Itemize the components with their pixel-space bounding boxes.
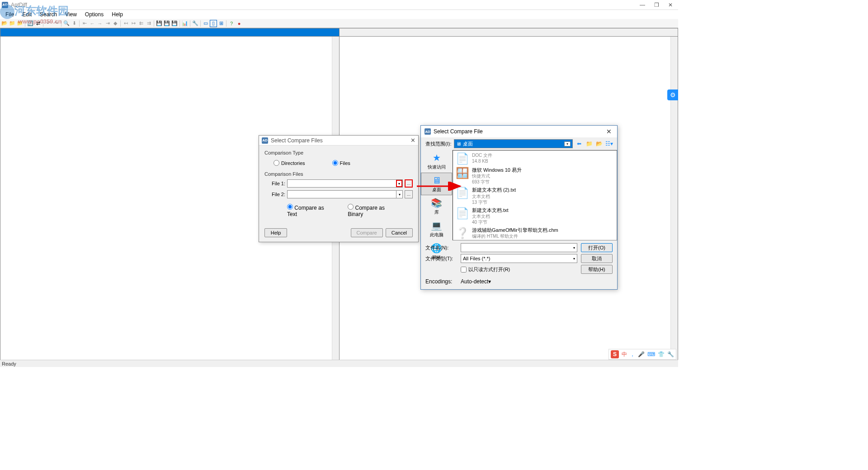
new-folder-icon[interactable]: 📂	[595, 140, 603, 147]
toolbar-help-icon[interactable]: ?	[228, 20, 235, 27]
dialog1-close-icon[interactable]: ✕	[410, 137, 415, 144]
compare-button[interactable]: Compare	[351, 228, 383, 237]
radio-compare-text[interactable]: Compare as Text	[287, 204, 325, 217]
file-item[interactable]: 📄 新建文本文档.txt文本文档40 字节	[454, 206, 616, 226]
menu-options[interactable]: Options	[81, 10, 107, 19]
filetype-dropdown-icon[interactable]: ▾	[573, 257, 575, 261]
toolbar-separator	[79, 20, 80, 27]
file2-dropdown-icon[interactable]: ▾	[396, 191, 402, 198]
file1-dropdown-icon[interactable]: ▾	[396, 180, 402, 187]
titlebar: AD AptDiff — ❐ ✕	[0, 0, 678, 10]
toolbar-separator	[61, 20, 61, 27]
toolbar-new-icon[interactable]: 📂	[1, 20, 8, 27]
maximize-button[interactable]: ❐	[654, 2, 659, 8]
toolbar-last-diff-icon[interactable]: ⇥	[104, 20, 111, 27]
toolbar-current-diff-icon[interactable]: ◆	[112, 20, 119, 27]
ime-mode[interactable]: 中	[622, 351, 627, 358]
file1-combo[interactable]: ▾	[287, 179, 403, 188]
radio-compare-binary[interactable]: Compare as Binary	[348, 204, 390, 217]
toolbar-undo-icon[interactable]: ↶	[45, 20, 52, 27]
dialog1-titlebar[interactable]: AD Select Compare Files ✕	[259, 136, 418, 146]
toolbar-open2-icon[interactable]: 📁	[16, 20, 24, 27]
menu-search[interactable]: Search	[36, 10, 61, 19]
toolbar-copy-all-left-icon[interactable]: ⇇	[137, 20, 145, 27]
toolbar-options-icon[interactable]: 🔧	[192, 20, 199, 27]
file-list[interactable]: 📄 DOC 文件14.8 KB 🪟 微软 Windows 10 易升快捷方式69…	[453, 150, 617, 240]
close-button[interactable]: ✕	[668, 2, 673, 8]
open-button[interactable]: 打开(O)	[581, 243, 613, 252]
sidebar-quick-access[interactable]: ★快速访问	[421, 150, 452, 173]
look-in-combo[interactable]: 🖥 桌面 ▾	[454, 139, 573, 148]
file1-input[interactable]	[288, 180, 396, 187]
file-item[interactable]: 📄 新建文本文档 (2).txt文本文档13 字节	[454, 186, 616, 206]
file2-browse-button[interactable]: …	[405, 190, 413, 198]
toolbar-view-vert-icon[interactable]: ▯	[210, 20, 217, 27]
ime-tools-icon[interactable]: 🔧	[667, 351, 674, 357]
toolbar-about-icon[interactable]: ●	[236, 20, 243, 27]
toolbar-prev-diff-icon[interactable]: ←	[89, 20, 96, 27]
toolbar-swap-icon[interactable]: ⇄	[34, 20, 42, 27]
right-pane-scrollbar[interactable]	[670, 37, 678, 360]
dialog2-close-icon[interactable]: ✕	[604, 128, 613, 135]
sidebar-libraries[interactable]: 📚库	[421, 195, 452, 218]
encodings-combo[interactable]: Auto-detect▾	[461, 278, 577, 285]
toolbar-copy-right-icon[interactable]: ↦	[130, 20, 137, 27]
menu-view[interactable]: View	[61, 10, 80, 19]
file2-combo[interactable]: ▾	[287, 190, 403, 198]
help-button-2[interactable]: 帮助(H)	[581, 265, 613, 274]
sidebar-this-pc[interactable]: 💻此电脑	[421, 218, 452, 240]
toolbar-view-horiz-icon[interactable]: ▭	[202, 20, 209, 27]
filename-combo[interactable]: ▾	[461, 243, 577, 252]
up-icon[interactable]: 📁	[585, 140, 593, 147]
ime-mic-icon[interactable]: 🎤	[638, 351, 645, 357]
cancel-button-2[interactable]: 取消	[581, 254, 613, 263]
help-button[interactable]: Help	[264, 228, 287, 237]
filename-input[interactable]	[463, 244, 573, 251]
ime-bar[interactable]: S 中 ， 🎤 ⌨ 👕 🔧	[609, 349, 676, 360]
filename-dropdown-icon[interactable]: ▾	[573, 246, 575, 250]
file-item[interactable]: ❔ 游戏辅助GameOfMir引擎帮助文档.chm编译的 HTML 帮助文件	[454, 226, 616, 240]
minimize-button[interactable]: —	[640, 2, 645, 8]
view-menu-icon[interactable]: ☷▾	[605, 140, 613, 147]
sidebar-desktop[interactable]: 🖥桌面	[421, 173, 452, 195]
dialog2-icon: AD	[425, 128, 431, 135]
side-widget-icon[interactable]: ⚙	[667, 89, 678, 100]
ime-punct-icon[interactable]: ，	[630, 351, 635, 358]
ime-logo-icon[interactable]: S	[611, 350, 619, 358]
toolbar-report-icon[interactable]: 📊	[181, 20, 189, 27]
ime-keyboard-icon[interactable]: ⌨	[647, 351, 655, 357]
menu-edit[interactable]: Edit	[19, 10, 35, 19]
toolbar-next-diff-icon[interactable]: →	[96, 20, 104, 27]
cancel-button[interactable]: Cancel	[386, 228, 413, 237]
toolbar-find-icon[interactable]: 🔍	[63, 20, 70, 27]
file2-input[interactable]	[288, 191, 396, 198]
file1-browse-button[interactable]: …	[405, 179, 413, 188]
toolbar-save2-icon[interactable]: 💾	[163, 20, 170, 27]
radio-directories[interactable]: Directories	[274, 160, 305, 166]
toolbar-findnext-icon[interactable]: ⬇	[71, 20, 78, 27]
toolbar-first-diff-icon[interactable]: ⇤	[81, 20, 88, 27]
toolbar-open1-icon[interactable]: 📁	[9, 20, 16, 27]
toolbar-redo-icon[interactable]: ↷	[52, 20, 60, 27]
filetype-combo[interactable]: All Files (*.*)▾	[461, 254, 577, 263]
menu-help[interactable]: Help	[108, 10, 127, 19]
toolbar-view-all-icon[interactable]: ⊞	[217, 20, 225, 27]
dialog2-titlebar[interactable]: AD Select Compare File ✕	[421, 126, 617, 137]
radio-files[interactable]: Files	[332, 160, 350, 166]
right-pane-header[interactable]	[340, 28, 678, 37]
toolbar-copy-all-right-icon[interactable]: ⇉	[145, 20, 152, 27]
readonly-checkbox[interactable]: 以只读方式打开(R)	[461, 266, 577, 273]
toolbar-copy-left-icon[interactable]: ↤	[122, 20, 129, 27]
ime-skin-icon[interactable]: 👕	[658, 351, 665, 357]
toolbar-saveall-icon[interactable]: 💾	[171, 20, 178, 27]
txt-icon: 📄	[456, 207, 469, 220]
file-item[interactable]: 🪟 微软 Windows 10 易升快捷方式693 字节	[454, 166, 616, 186]
back-icon[interactable]: ⬅	[576, 140, 583, 147]
menu-file[interactable]: File	[2, 10, 18, 19]
toolbar-save1-icon[interactable]: 💾	[156, 20, 163, 27]
toolbar-recompare-icon[interactable]: 🔄	[27, 20, 34, 27]
left-pane-header[interactable]	[0, 28, 339, 37]
look-in-dropdown-icon[interactable]: ▾	[564, 141, 571, 146]
file-item[interactable]: 📄 DOC 文件14.8 KB	[454, 151, 616, 166]
encodings-dropdown-icon[interactable]: ▾	[488, 278, 491, 285]
